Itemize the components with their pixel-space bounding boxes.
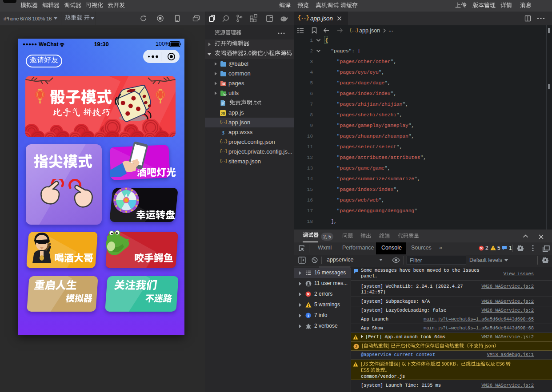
svg-text:3: 3 [222,129,225,135]
svg-text:WeChat: WeChat [39,41,58,48]
svg-text:JS: JS [221,111,225,115]
svg-text:2: 2 [355,344,357,348]
